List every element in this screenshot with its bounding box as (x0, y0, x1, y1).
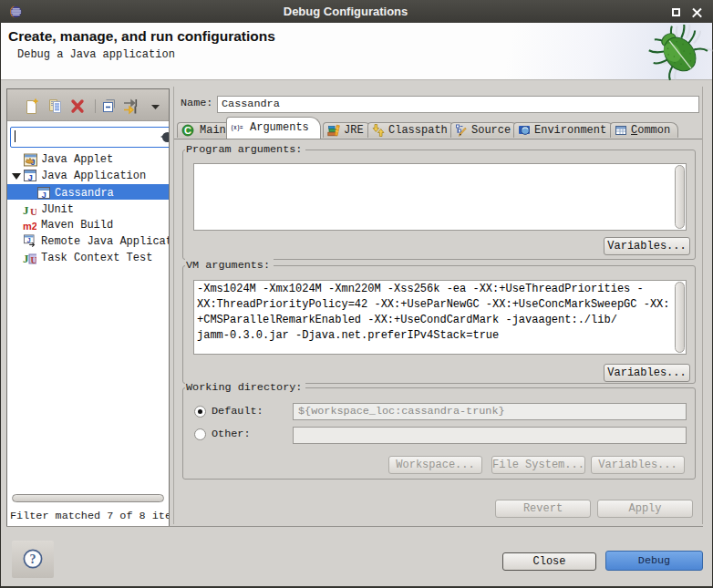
svg-text:J: J (27, 236, 31, 244)
svg-text:U: U (31, 255, 37, 265)
svg-text:J: J (42, 190, 46, 200)
svg-text:U: U (30, 206, 36, 217)
svg-text:J: J (23, 203, 29, 217)
svg-text:?: ? (30, 552, 36, 566)
svg-text:(x)=: (x)= (231, 124, 243, 131)
svg-text:C: C (184, 125, 191, 136)
svg-text:J: J (23, 252, 29, 265)
svg-text:J: J (28, 172, 33, 182)
svg-text:J: J (31, 158, 36, 167)
svg-text:m2: m2 (23, 221, 36, 232)
